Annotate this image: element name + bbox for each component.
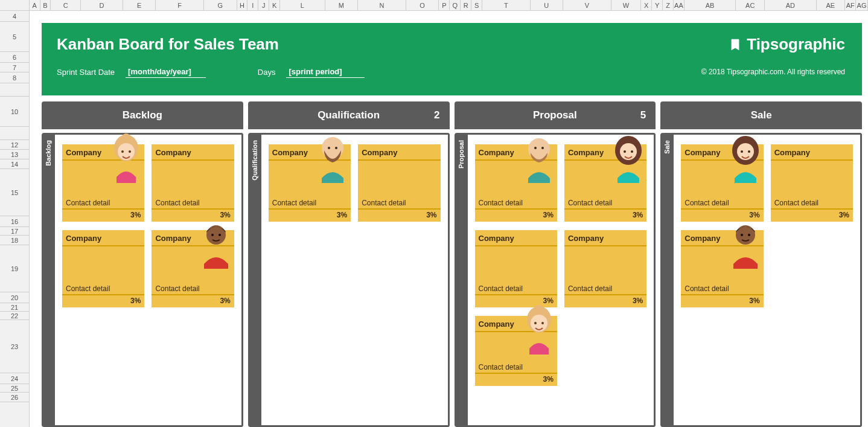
row-header[interactable]: 15: [0, 169, 29, 216]
row-header[interactable]: 7: [0, 63, 29, 72]
lane-header[interactable]: Qualification2: [248, 101, 450, 129]
row-header[interactable]: 5: [0, 22, 29, 52]
col-header[interactable]: A: [30, 0, 40, 10]
kanban-card[interactable]: CompanyContact detail3%: [475, 316, 557, 386]
row-header[interactable]: 12: [0, 140, 29, 150]
col-header[interactable]: D: [81, 0, 123, 10]
kanban-card[interactable]: CompanyContact detail3%: [475, 230, 557, 307]
lane-title: Sale: [751, 109, 772, 121]
card-percent: 3%: [62, 210, 144, 222]
sprint-start-label: Sprint Start Date: [57, 68, 115, 78]
col-header[interactable]: O: [406, 0, 439, 10]
col-header[interactable]: P: [439, 0, 450, 10]
kanban-card[interactable]: CompanyContact detail3%: [564, 144, 646, 222]
row-header[interactable]: 13: [0, 150, 29, 159]
col-header[interactable]: R: [461, 0, 471, 10]
lane-body: QualificationCompanyContact detail3%Comp…: [248, 133, 450, 427]
col-header[interactable]: M: [325, 0, 359, 10]
card-contact: Contact detail: [564, 196, 646, 210]
col-header[interactable]: W: [611, 0, 642, 10]
kanban-card[interactable]: CompanyContact detail3%: [152, 230, 234, 307]
card-percent: 3%: [681, 295, 763, 307]
col-header[interactable]: K: [269, 0, 280, 10]
col-header[interactable]: V: [563, 0, 611, 10]
row-header[interactable]: 26: [0, 393, 29, 402]
col-header[interactable]: U: [531, 0, 564, 10]
row-header[interactable]: [0, 127, 29, 140]
row-header[interactable]: 25: [0, 384, 29, 393]
row-header[interactable]: 6: [0, 52, 29, 63]
card-percent: 3%: [564, 210, 646, 222]
kanban-lane: Qualification2QualificationCompanyContac…: [248, 101, 450, 427]
kanban-card[interactable]: CompanyContact detail3%: [358, 144, 440, 222]
col-header[interactable]: B: [40, 0, 51, 10]
row-header[interactable]: 17: [0, 227, 29, 236]
kanban-card[interactable]: CompanyContact detail3%: [564, 230, 646, 307]
row-header[interactable]: 8: [0, 72, 29, 83]
lane-header[interactable]: Proposal5: [455, 101, 656, 129]
lane-cards[interactable]: CompanyContact detail3%CompanyContact de…: [55, 133, 243, 427]
sprint-start-field[interactable]: [month/day/year]: [126, 67, 206, 78]
row-header[interactable]: 21: [0, 303, 29, 312]
lane-side-label: Qualification: [251, 133, 258, 188]
col-header[interactable]: AC: [736, 0, 765, 10]
col-header[interactable]: AE: [817, 0, 846, 10]
col-header[interactable]: J: [258, 0, 269, 10]
avatar-icon: [517, 133, 561, 183]
col-header[interactable]: L: [280, 0, 325, 10]
avatar-icon: [724, 133, 767, 183]
col-header[interactable]: S: [471, 0, 482, 10]
col-header[interactable]: H: [237, 0, 248, 10]
col-header[interactable]: X: [641, 0, 652, 10]
row-header[interactable]: 24: [0, 373, 29, 384]
row-header[interactable]: [0, 83, 29, 97]
card-contact: Contact detail: [475, 196, 557, 210]
col-header[interactable]: G: [204, 0, 237, 10]
row-header[interactable]: 18: [0, 236, 29, 245]
card-contact: Contact detail: [269, 196, 351, 210]
col-header[interactable]: AB: [685, 0, 736, 10]
col-header[interactable]: AG: [856, 0, 868, 10]
col-header[interactable]: Y: [652, 0, 663, 10]
card-company: Company: [771, 144, 853, 161]
kanban-card[interactable]: CompanyContact detail3%: [152, 144, 234, 222]
card-percent: 3%: [358, 210, 440, 222]
row-header[interactable]: 16: [0, 216, 29, 227]
row-header[interactable]: 4: [0, 11, 29, 22]
col-header[interactable]: F: [156, 0, 204, 10]
kanban-card[interactable]: CompanyContact detail3%: [269, 144, 351, 222]
lane-cards[interactable]: CompanyContact detail3%CompanyContact de…: [468, 133, 656, 427]
col-header[interactable]: T: [482, 0, 531, 10]
row-headers: 4567810121314151617181920212223242526: [0, 11, 30, 427]
col-header[interactable]: I: [247, 0, 258, 10]
row-header[interactable]: 23: [0, 320, 29, 373]
lane-side-label: Proposal: [458, 133, 465, 176]
spreadsheet-canvas: Kanban Board for Sales Team Sprint Start…: [30, 11, 868, 427]
col-header[interactable]: Z: [663, 0, 674, 10]
lane-header[interactable]: Backlog: [42, 101, 243, 129]
kanban-card[interactable]: CompanyContact detail3%: [475, 144, 557, 222]
kanban-card[interactable]: CompanyContact detail3%: [62, 144, 144, 222]
lane-header[interactable]: Sale: [660, 101, 862, 129]
kanban-card[interactable]: CompanyContact detail3%: [771, 144, 853, 222]
col-header[interactable]: Q: [450, 0, 461, 10]
lane-title: Proposal: [533, 109, 577, 121]
kanban-card[interactable]: CompanyContact detail3%: [681, 144, 763, 222]
brand-name: Tipsographic: [747, 35, 845, 54]
lane-cards[interactable]: CompanyContact detail3%CompanyContact de…: [261, 133, 450, 427]
kanban-card[interactable]: CompanyContact detail3%: [62, 230, 144, 307]
col-header[interactable]: AA: [674, 0, 685, 10]
row-header[interactable]: 14: [0, 159, 29, 169]
kanban-card[interactable]: CompanyContact detail3%: [681, 230, 763, 307]
lane-cards[interactable]: CompanyContact detail3%CompanyContact de…: [674, 133, 862, 427]
row-header[interactable]: 20: [0, 292, 29, 303]
col-header[interactable]: E: [123, 0, 156, 10]
days-field[interactable]: [sprint period]: [286, 67, 365, 78]
row-header[interactable]: 22: [0, 312, 29, 320]
row-header[interactable]: 19: [0, 245, 29, 292]
row-header[interactable]: 10: [0, 97, 29, 127]
col-header[interactable]: AD: [765, 0, 816, 10]
col-header[interactable]: AF: [845, 0, 856, 10]
col-header[interactable]: N: [358, 0, 406, 10]
col-header[interactable]: C: [51, 0, 81, 10]
